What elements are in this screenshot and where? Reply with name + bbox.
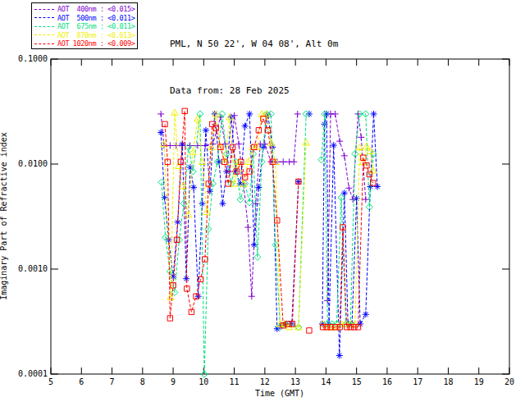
tick-label: 15 <box>345 378 369 386</box>
tick-label: 14 <box>313 378 338 386</box>
tick-label: 9 <box>161 378 185 386</box>
tick-label: 11 <box>222 378 247 386</box>
y-axis-title: Imaginary Part of Refractive index <box>0 94 8 340</box>
tick-label: 0.0001 <box>10 370 48 378</box>
tick-label: 0.0010 <box>10 265 48 273</box>
x-axis-title: Time (GMT) <box>218 389 341 398</box>
tick-label: 0.1000 <box>10 55 48 63</box>
tick-label: 0.0100 <box>10 160 48 168</box>
tick-label: 7 <box>100 378 125 386</box>
tick-label: 18 <box>436 378 460 386</box>
chart-plot-area <box>0 0 525 420</box>
tick-label: 17 <box>405 378 430 386</box>
aeronet-refractive-index-plot: AOT 400nm : <0.015>AOT 500nm : <0.011>AO… <box>0 0 525 420</box>
tick-label: 12 <box>253 378 277 386</box>
series-line <box>323 146 373 327</box>
tick-label: 6 <box>69 378 94 386</box>
tick-label: 5 <box>39 378 63 386</box>
tick-label: 20 <box>497 378 522 386</box>
tick-label: 19 <box>467 378 491 386</box>
series-marker-triangle <box>161 109 377 330</box>
tick-label: 8 <box>130 378 155 386</box>
tick-label: 13 <box>283 378 308 386</box>
tick-label: 10 <box>191 378 216 386</box>
tick-label: 16 <box>375 378 399 386</box>
